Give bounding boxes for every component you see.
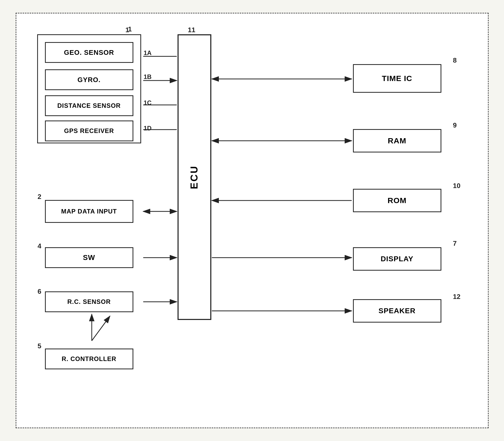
ref-label-1b: 1B [144, 73, 152, 81]
ref-label-7: 7 [453, 239, 457, 248]
ram-block: RAM [353, 129, 441, 152]
rc-sensor-block: R.C. SENSOR [45, 291, 133, 312]
rom-block: ROM [353, 189, 441, 212]
sw-block: SW [45, 247, 133, 268]
speaker-block: SPEAKER [353, 299, 441, 323]
distance-sensor-block: DISTANCE SENSOR [45, 95, 133, 116]
svg-line-12 [92, 316, 110, 341]
ref-label-1d: 1D [144, 125, 152, 132]
ref-label-8: 8 [453, 56, 457, 64]
ref-label-6: 6 [38, 288, 41, 296]
ref-label-4: 4 [38, 242, 41, 250]
ref-1-top: 1 [126, 26, 129, 34]
r-controller-block: R. CONTROLLER [45, 349, 133, 369]
ref-label-9: 9 [453, 121, 457, 129]
ref-label-12: 12 [453, 293, 461, 301]
ref-label-11: 11 [188, 26, 195, 34]
ref-label-1a: 1A [144, 49, 152, 57]
geo-sensor-block: GEO. SENSOR [45, 42, 133, 63]
display-block: DISPLAY [353, 247, 441, 271]
diagram-container: 1 GEO. SENSOR 1A GYRO. 1B DISTANCE SENSO… [16, 13, 489, 428]
ecu-block: ECU [178, 34, 211, 320]
ref-label-10: 10 [453, 182, 461, 190]
ref-label-1c: 1C [144, 99, 152, 106]
gps-receiver-block: GPS RECEIVER [45, 121, 133, 141]
ref-label-2: 2 [38, 193, 41, 201]
ref-label-5: 5 [38, 342, 41, 350]
time-ic-block: TIME IC [353, 64, 441, 93]
map-data-input-block: MAP DATA INPUT [45, 200, 133, 223]
gyro-block: GYRO. [45, 69, 133, 90]
